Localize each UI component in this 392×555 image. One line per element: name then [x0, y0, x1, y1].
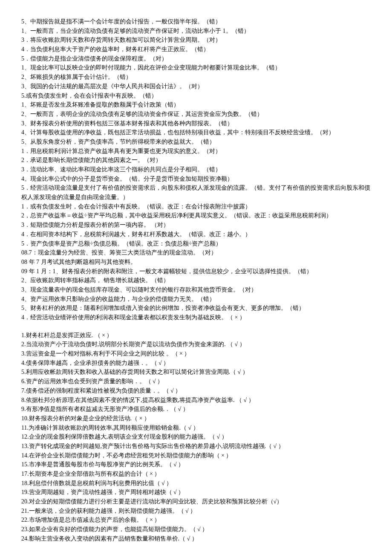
- text-line: 4．经营活动业绩评价使用的利润表和现金流量表都以权责发生制为基础反映。（ × ）: [21, 313, 371, 322]
- text-line: 12.企业的现金股利保障倍数越大,表明该企业支付现金股利的能力越强。（ √ ）: [21, 432, 371, 442]
- text-line: 08.7：现金流量分为经营、投资、筹资三大类活动产生的现金流动。（对）: [21, 248, 371, 257]
- text-line: 3．流动比率、速动比率和现金比率这三个指标的共同点是分子相同。（错）: [21, 165, 371, 174]
- text-line: 5、中期报告就是指不满一个会计年度的会计报告，一般仅指半年报。（错）: [21, 17, 371, 26]
- text-line: 7.债务偿还的强制程度和紧迫性被视为负债的质量．。（ √ ）: [21, 386, 371, 396]
- text-line: 3、财务报表分析使用的资料包括三张基本财务报表和其他各种内部报表。（错）: [21, 119, 371, 128]
- text-line: 15.市净率是普通股每股市价与每股净资产的比例关系。（ √ ）: [21, 460, 371, 469]
- text-line: 2．承诺是影响长期偿债能力的其他因素之一。（对）: [21, 156, 371, 165]
- text-line: 2.当流动资产小于流动负债时,说明部分长期资产是以流动负债作为资金来源的. （ …: [21, 340, 371, 349]
- text-line: 17.长期资本是企业全部借款与所有权益的合计（ × ）: [21, 469, 371, 479]
- text-line: 1、现金比率可以反映企业的即时付现能力，因此在评价企业变现能力时都要计算现金比率…: [21, 63, 371, 72]
- text-line: 3、现金流量表中的现金包括库存现金、可以随时支付的银行存款和其他货币资金。（对）: [21, 285, 371, 295]
- text-line: 2、坏账损失的核算属于会计估计。（错）: [21, 72, 371, 82]
- text-line: 3．将应收账款周转天数和存货周转天数相加可以简化计算营业周期。（对）: [21, 35, 371, 45]
- text-line: 18.利息偿付倍数就是息税前利润与利息费用的比值（ √ ）: [21, 479, 371, 488]
- text-line: 09 年 1 月：1、财务报表分析的附表和附注，一般文本篇幅较短，提供信息较少，…: [21, 267, 371, 276]
- document-body: 5、中期报告就是指不满一个会计年度的会计报告，一般仅指半年报。（错）1、一般而言…: [21, 17, 371, 555]
- text-line: 13.资产转化成现金的时间越短,资产预计出售价格与实际出售价格的差异越小,说明流…: [21, 442, 371, 451]
- text-line: 14.在评价企业长期偿债能力时，不必考虑经营租凭对长期偿债能力的影响（ × ）: [21, 451, 371, 460]
- text-line: 5、从股东角度分析，资产负债率高，节约所得税带来的收益就大。（错）: [21, 137, 371, 147]
- text-line: 4。现金比率公式中的分子是货币资金。（错。分子是货币资金加短期投资净额）: [21, 174, 371, 184]
- text-line: 2、一般而言，表明企业的流动负债有足够的流动资金作保证，其运营资金应为负数。（错…: [21, 110, 371, 119]
- text-line: 3.营运资金是一个相对指标,有利于不同企业之间的比较 。（ × ）: [21, 349, 371, 358]
- text-line: 4、计算每股收益使用的净收益，既包括正常活动损益，也包括特别项目收益，其中：特别…: [21, 128, 371, 137]
- text-line: 19.营业周期越短，资产流动性越强，资产周转相对越快（ √ ）: [21, 488, 371, 497]
- text-line: 5.利用应收帐款周转天数和收入基础的存货周转天数之和可以简化计算营业周期.（ √…: [21, 367, 371, 377]
- text-line: 23.如果企业有良好的偿债能力的声誉，也能提高短期偿债能力。（ √ ）: [21, 525, 371, 534]
- text-line: 3．短期偿债能力分析是报表分析的第一项内容。 （对）: [21, 220, 371, 230]
- text-line: 22.市场增加值是总市值减去总资产后的余额。（ × ）: [21, 515, 371, 525]
- text-line: 1．用息税前利润计算总资产收益率具有更为重要也更为现实的意义。（对）: [21, 147, 371, 156]
- text-line: 6.资产的运用效率也会受到资产质量的影响．。（ √ ）: [21, 377, 371, 386]
- text-line: 8.依据杜邦分析原理,在其他因素不变的情况下,提高权益乘数,将提高净资产收益率.…: [21, 396, 371, 405]
- text-line: 24.影响主营业务收入变动的因素有产品销售数量和销售单价.（ √ ）: [21, 534, 371, 543]
- text-line: 10.财务报表分析的对象是企业的经营活动.（ × ）: [21, 414, 371, 423]
- text-line: 5．偿债能力是指企业清偿债务的现金保障程度。（对）: [21, 54, 371, 64]
- text-line: 20.对企业的短期偿债能力进行分析主要是进行流动比率的同业比较、历史比较和预算比…: [21, 497, 371, 506]
- text-line: 5、财务杠杆的效用是：随着利润增加或借入资金的比例增加，投资者净收益会有更大、更…: [21, 304, 371, 313]
- text-line: 4．在相同资本结构下，息税前利润越大，财务杠杆系数越大。（错误。改正：越小。）: [21, 230, 371, 239]
- text-line: 3、我国的会计法规的最高层次是《中华人民共和国会计法》。（对）: [21, 82, 371, 91]
- text-line: 9.有形净值是指所有者权益减去无形资产净值后的余额.．（ √ ）: [21, 405, 371, 414]
- text-line: 1.财务杠杆总是发挥正效应. （ × ）: [21, 331, 371, 340]
- text-line: 1、坏账是否发生及坏账准备提取的数额属于会计政策（错）: [21, 100, 371, 110]
- text-line: 08 年 7 月考试其他判断题相同与其他资料。: [21, 257, 371, 267]
- text-line: 11.为准确计算就收账款的周转效率,其周转额应使用赊销金额.（ √ ）: [21, 423, 371, 433]
- text-line: 21.一般来说，企业的获利能力越强，则长期偿债能力越强。（ √ ）: [21, 506, 371, 516]
- text-line: 2，总资产收益率＝收益÷资产平均总额，其中收益采用税后净利更具现实意义。（错误。…: [21, 211, 371, 220]
- text-line: 4、资产运用效率只影响企业的收益能力，与企业的偿债能力无关。（错）: [21, 295, 371, 304]
- text-line: 1、一般而言，当企业的流动负债有足够的流动资产作保证时，流动比率小于 1。（错）: [21, 26, 371, 36]
- text-line: 2、应收账款周转率指标越高， 销售增长就越快。（错）: [21, 276, 371, 285]
- text-line: 4．当负债利息率大于资产的收益率时，财务杠杆将产生正效应。（错）: [21, 45, 371, 54]
- text-line: 5．经营活动现金流量是支付了有价值的投资需求后，向股东和债权人派发现金的流露。（…: [21, 183, 371, 202]
- text-line: 5．资产负债率是资产总额÷负债总额。（错误。改正：负债总额÷资产总额）: [21, 239, 371, 249]
- text-line: 4.债务保障率越高，企业承担债务的能力越强．。（ √ ）: [21, 358, 371, 368]
- text-line: 1．或有负债发生时，会在会计报表中有反映。（错误。改正：在会计报表附注中披露）: [21, 202, 371, 211]
- text-line: 5.或有负债发生时，会在会计报表中有反映。（错）: [21, 91, 371, 101]
